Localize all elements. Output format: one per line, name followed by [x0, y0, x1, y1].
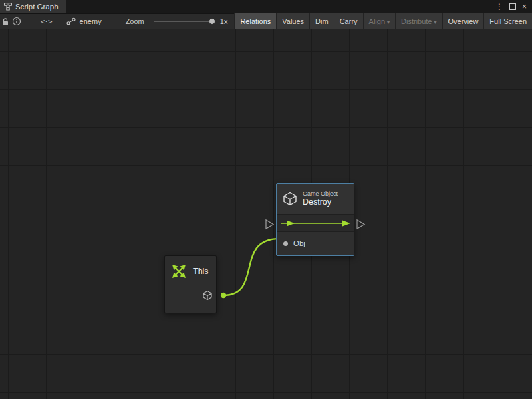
overview-button[interactable]: Overview	[442, 13, 484, 29]
destroy-node[interactable]: Game Object Destroy Obj	[276, 183, 354, 256]
toolbar-buttons: Relations Values Dim Carry Align ▾ Distr…	[234, 13, 532, 29]
graph-name: enemy	[80, 17, 102, 25]
toolbar-separator	[27, 16, 27, 27]
title-bar: Script Graph ⋮ ×	[0, 0, 532, 13]
node-title: Destroy	[303, 198, 338, 208]
zoom-slider[interactable]	[154, 21, 215, 22]
align-dropdown[interactable]: Align ▾	[363, 13, 395, 29]
wire-layer	[0, 29, 532, 399]
carry-button[interactable]: Carry	[334, 13, 363, 29]
graph-asset-icon	[66, 17, 76, 25]
chevron-down-icon: ▾	[387, 19, 390, 25]
this-output-port-dot[interactable]	[221, 293, 226, 298]
dim-button[interactable]: Dim	[309, 13, 334, 29]
script-graph-tab[interactable]: Script Graph	[0, 0, 66, 13]
code-icon: <·>	[41, 17, 52, 26]
graph-toolbar: <·> enemy Zoom 1x Relations Values	[0, 13, 532, 29]
game-object-cube-icon	[282, 191, 298, 207]
this-node[interactable]: This	[164, 255, 217, 313]
graph-canvas[interactable]: Game Object Destroy Obj	[0, 29, 532, 399]
close-button[interactable]: ×	[522, 0, 527, 13]
cube-icon	[202, 290, 213, 301]
window-controls: ⋮ ×	[495, 0, 532, 13]
zoom-label: Zoom	[126, 17, 144, 25]
info-icon	[12, 17, 21, 26]
zoom-control: Zoom 1x	[126, 17, 235, 25]
control-output-port[interactable]	[357, 220, 364, 229]
window-menu-button[interactable]: ⋮	[495, 0, 503, 13]
distribute-dropdown[interactable]: Distribute ▾	[395, 13, 442, 29]
this-node-title: This	[193, 267, 209, 276]
zoom-slider-handle[interactable]	[209, 18, 215, 25]
graph-breadcrumb[interactable]: enemy	[66, 17, 102, 25]
code-view-button[interactable]: <·>	[41, 14, 52, 29]
values-button[interactable]: Values	[276, 13, 309, 29]
script-graph-icon	[4, 3, 12, 11]
lock-button[interactable]	[0, 14, 11, 29]
script-graph-window: Script Graph ⋮ × <·>	[0, 0, 532, 399]
connection-wire[interactable]	[223, 239, 279, 295]
control-flow-row	[277, 215, 354, 232]
relations-button[interactable]: Relations	[234, 13, 276, 29]
lock-icon	[1, 17, 9, 26]
obj-input-label: Obj	[293, 239, 305, 247]
chevron-down-icon: ▾	[434, 19, 437, 25]
this-unit-icon	[170, 263, 188, 280]
fullscreen-button[interactable]: Full Screen	[483, 13, 532, 29]
node-category: Game Object	[303, 190, 338, 198]
tab-title: Script Graph	[15, 3, 59, 11]
info-button[interactable]	[11, 14, 23, 29]
zoom-value: 1x	[220, 17, 228, 25]
maximize-button[interactable]	[509, 3, 516, 10]
relation-arrows-icon	[280, 219, 350, 228]
obj-input-row: Obj	[277, 232, 354, 255]
this-output-port[interactable]	[202, 290, 213, 303]
destroy-node-header[interactable]: Game Object Destroy	[277, 184, 354, 215]
obj-input-port[interactable]	[283, 241, 288, 246]
control-input-port[interactable]	[266, 220, 273, 229]
